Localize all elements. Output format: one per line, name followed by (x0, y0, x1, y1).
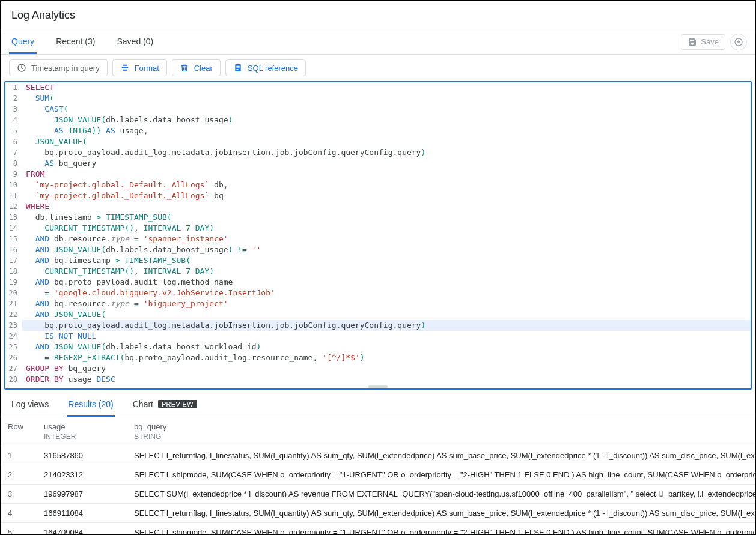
save-button-label: Save (701, 37, 719, 46)
code-line[interactable]: GROUP BY bq_query (22, 363, 751, 374)
tab-results[interactable]: Results (20) (67, 394, 114, 417)
line-number: 25 (5, 342, 22, 352)
tab-recent[interactable]: Recent (3) (53, 29, 97, 54)
code-line[interactable]: CURRENT_TIMESTAMP(), INTERVAL 7 DAY) (22, 223, 751, 234)
line-number: 24 (5, 331, 22, 342)
table-row[interactable]: 5164709084SELECT l_shipmode, SUM(CASE WH… (1, 523, 755, 536)
line-number: 6 (5, 136, 22, 147)
code-line[interactable]: AND JSON_VALUE(db.labels.data_boost_usag… (22, 244, 751, 255)
code-line[interactable]: ORDER BY usage DESC (22, 374, 751, 385)
code-line[interactable]: JSON_VALUE(db.labels.data_boost_usage) (22, 115, 751, 125)
results-table: Row usageINTEGER bq_querySTRING 13165878… (1, 417, 755, 535)
format-button[interactable]: Format (112, 59, 167, 76)
editor-resize-handle[interactable] (5, 385, 751, 388)
clear-button[interactable]: Clear (172, 59, 221, 76)
tab-saved[interactable]: Saved (0) (114, 29, 156, 54)
line-number: 23 (5, 320, 22, 331)
table-row[interactable]: 1316587860SELECT l_returnflag, l_linesta… (1, 446, 755, 465)
col-usage[interactable]: usageINTEGER (37, 417, 127, 446)
cell-usage: 214023312 (37, 465, 127, 485)
cell-usage: 164709084 (37, 523, 127, 536)
code-line[interactable]: db.timestamp > TIMESTAMP_SUB( (22, 212, 751, 223)
cell-row: 1 (1, 446, 37, 465)
code-line[interactable]: AND bq.timestamp > TIMESTAMP_SUB( (22, 255, 751, 266)
line-number: 5 (5, 125, 22, 136)
table-header-row: Row usageINTEGER bq_querySTRING (1, 417, 755, 446)
code-line[interactable]: `my-project.global._Default._AllLogs` db… (22, 180, 751, 190)
code-line[interactable]: SELECT (22, 82, 751, 93)
cell-row: 5 (1, 523, 37, 536)
col-bq-query[interactable]: bq_querySTRING (127, 417, 755, 446)
sql-reference-button[interactable]: SQL reference (225, 59, 306, 76)
line-number: 7 (5, 147, 22, 158)
line-number: 28 (5, 374, 22, 385)
code-line[interactable]: = REGEXP_EXTRACT(bq.proto_payload.audit_… (22, 352, 751, 363)
table-row[interactable]: 4166911084SELECT l_returnflag, l_linesta… (1, 504, 755, 523)
cell-bq-query: SELECT l_shipmode, SUM(CASE WHEN o_order… (127, 523, 755, 536)
doc-icon (233, 63, 243, 73)
sql-editor-body[interactable]: 1SELECT 2 SUM( 3 CAST( 4 JSON_VALUE(db.l… (5, 82, 751, 388)
line-number: 18 (5, 266, 22, 277)
line-number: 13 (5, 212, 22, 223)
sql-reference-label: SQL reference (248, 64, 298, 73)
cell-usage: 196997987 (37, 485, 127, 504)
col-row[interactable]: Row (1, 417, 37, 446)
code-line[interactable]: JSON_VALUE( (22, 136, 751, 147)
main-tabs-row: Query Recent (3) Saved (0) Save (1, 29, 755, 55)
line-number: 4 (5, 115, 22, 125)
results-tabs: Log views Results (20) Chart PREVIEW (1, 390, 755, 417)
trash-icon (180, 63, 189, 73)
code-line[interactable]: WHERE (22, 201, 751, 212)
code-line[interactable]: bq.proto_payload.audit_log.metadata.jobI… (22, 147, 751, 158)
page-header: Log Analytics (1, 1, 755, 29)
code-line[interactable]: AND JSON_VALUE(db.labels.data_boost_work… (22, 342, 751, 352)
code-line[interactable]: = 'google.cloud.bigquery.v2.JobService.I… (22, 288, 751, 298)
line-number: 16 (5, 244, 22, 255)
tab-log-views[interactable]: Log views (10, 394, 50, 417)
timestamp-button[interactable]: Timestamp in query (9, 59, 108, 76)
tab-query[interactable]: Query (9, 29, 37, 54)
svg-rect-3 (236, 66, 239, 67)
line-number: 10 (5, 180, 22, 190)
main-tabs-actions: Save (681, 34, 747, 50)
code-line[interactable]: `my-project.global._Default._AllLogs` bq (22, 190, 751, 201)
line-number: 1 (5, 82, 22, 93)
stream-button[interactable] (730, 34, 747, 50)
cell-bq-query: SELECT l_returnflag, l_linestatus, SUM(l… (127, 504, 755, 523)
code-line[interactable]: FROM (22, 169, 751, 180)
code-line[interactable]: AS INT64)) AS usage, (22, 125, 751, 136)
cell-usage: 166911084 (37, 504, 127, 523)
svg-rect-5 (236, 69, 238, 70)
line-number: 22 (5, 309, 22, 320)
clock-icon (17, 63, 26, 73)
save-button[interactable]: Save (681, 34, 725, 50)
timestamp-label: Timestamp in query (31, 64, 100, 73)
code-line[interactable]: CURRENT_TIMESTAMP(), INTERVAL 7 DAY) (22, 266, 751, 277)
code-line[interactable]: CAST( (22, 104, 751, 115)
cell-bq-query: SELECT l_returnflag, l_linestatus, SUM(l… (127, 446, 755, 465)
preview-badge: PREVIEW (158, 400, 197, 408)
format-label: Format (135, 64, 159, 73)
code-line[interactable]: bq.proto_payload.audit_log.metadata.jobI… (22, 320, 751, 331)
code-line[interactable]: AND bq.proto_payload.audit_log.method_na… (22, 277, 751, 288)
code-line[interactable]: AS bq_query (22, 158, 751, 169)
code-line[interactable]: SUM( (22, 93, 751, 104)
code-line[interactable]: AND bq.resource.type = 'bigquery_project… (22, 298, 751, 309)
code-line[interactable]: IS NOT NULL (22, 331, 751, 342)
svg-rect-4 (236, 67, 239, 68)
save-icon (687, 37, 697, 47)
line-number: 8 (5, 158, 22, 169)
line-number: 2 (5, 93, 22, 104)
line-number: 21 (5, 298, 22, 309)
code-line[interactable]: AND db.resource.type = 'spanner_instance… (22, 234, 751, 244)
sql-editor[interactable]: 1SELECT 2 SUM( 3 CAST( 4 JSON_VALUE(db.l… (4, 81, 752, 390)
editor-toolbar: Timestamp in query Format Clear SQL refe… (1, 55, 755, 81)
line-number: 27 (5, 363, 22, 374)
cell-bq-query: SELECT l_shipmode, SUM(CASE WHEN o_order… (127, 465, 755, 485)
line-number: 11 (5, 190, 22, 201)
code-line[interactable]: AND JSON_VALUE( (22, 309, 751, 320)
table-row[interactable]: 2214023312SELECT l_shipmode, SUM(CASE WH… (1, 465, 755, 485)
tab-chart[interactable]: Chart PREVIEW (132, 394, 198, 417)
table-row[interactable]: 3196997987SELECT SUM(l_extendedprice * l… (1, 485, 755, 504)
cell-row: 4 (1, 504, 37, 523)
